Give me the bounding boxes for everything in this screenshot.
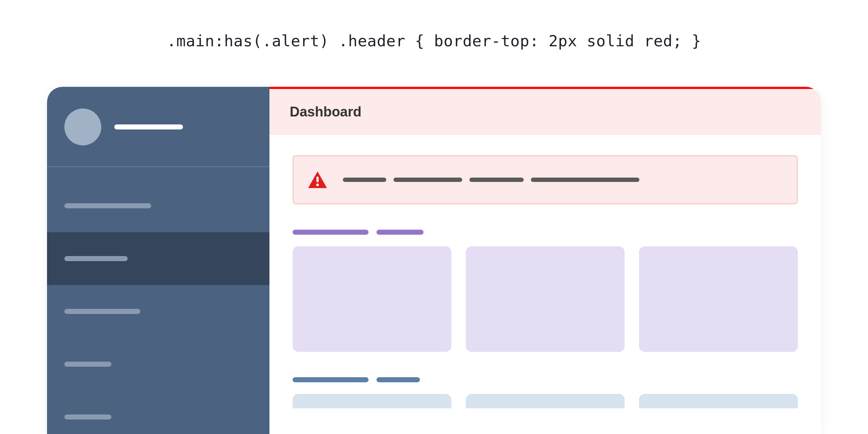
- sidebar-item-label-placeholder: [64, 362, 111, 367]
- sidebar-item-label-placeholder: [64, 256, 128, 261]
- sidebar-item-label-placeholder: [64, 309, 140, 314]
- sidebar: [47, 87, 269, 434]
- page-title: Dashboard: [290, 104, 361, 119]
- user-name-placeholder: [114, 124, 183, 129]
- sidebar-item[interactable]: [47, 285, 269, 338]
- widget-card[interactable]: [466, 246, 625, 352]
- widget-card[interactable]: [639, 394, 798, 408]
- text-placeholder: [469, 178, 524, 182]
- section-heading-placeholder: [293, 377, 798, 382]
- avatar: [64, 109, 101, 145]
- widget-card[interactable]: [639, 246, 798, 352]
- sidebar-nav: [47, 167, 269, 434]
- widget-section-blue: [293, 377, 798, 408]
- text-placeholder: [376, 230, 424, 235]
- content: [269, 135, 821, 408]
- section-heading-placeholder: [293, 230, 798, 235]
- widget-card[interactable]: [466, 394, 625, 408]
- card-row: [293, 246, 798, 352]
- text-placeholder: [293, 230, 369, 235]
- widget-card[interactable]: [293, 394, 451, 408]
- app-window: Dashboard: [47, 87, 821, 434]
- sidebar-item-label-placeholder: [64, 203, 151, 208]
- sidebar-item[interactable]: [47, 391, 269, 434]
- text-placeholder: [531, 178, 639, 182]
- widget-section-purple: [293, 230, 798, 352]
- sidebar-item-active[interactable]: [47, 232, 269, 285]
- widget-card[interactable]: [293, 246, 451, 352]
- text-placeholder: [376, 377, 420, 382]
- alert-message-placeholder: [343, 178, 639, 182]
- main-area: Dashboard: [269, 87, 821, 434]
- page-header: Dashboard: [269, 87, 821, 135]
- warning-triangle-icon: [308, 171, 327, 188]
- svg-rect-0: [316, 176, 319, 182]
- svg-point-1: [316, 183, 319, 186]
- sidebar-item-label-placeholder: [64, 414, 111, 420]
- sidebar-profile[interactable]: [47, 87, 269, 167]
- sidebar-item[interactable]: [47, 179, 269, 232]
- css-has-example-code: .main:has(.alert) .header { border-top: …: [0, 0, 868, 75]
- text-placeholder: [343, 178, 386, 182]
- card-row: [293, 394, 798, 408]
- text-placeholder: [293, 377, 369, 382]
- text-placeholder: [393, 178, 462, 182]
- sidebar-item[interactable]: [47, 338, 269, 391]
- alert-banner: [293, 155, 798, 204]
